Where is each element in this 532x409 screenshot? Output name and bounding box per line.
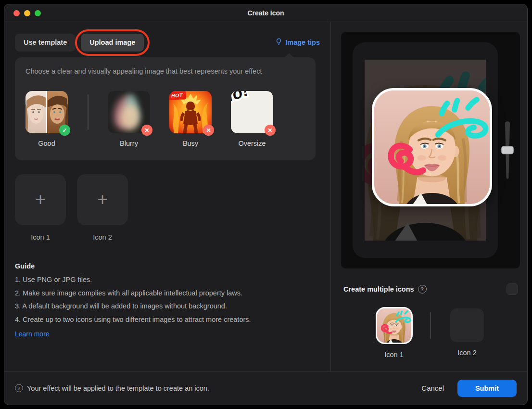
image-tips-label: Image tips xyxy=(285,38,320,46)
icon-preview-area xyxy=(341,32,520,268)
window-title: Create Icon xyxy=(4,9,527,17)
icon-1-thumbnail[interactable] xyxy=(376,307,413,344)
upload-slots: + Icon 1 + Icon 2 xyxy=(15,174,320,241)
icon-preview-image xyxy=(372,88,492,206)
example-label: Good xyxy=(25,140,68,147)
image-tips-panel: Choose a clear and visually appealing im… xyxy=(15,57,316,160)
thumbnail-label: Icon 1 xyxy=(384,351,404,358)
example-blurry: ✕ Blurry xyxy=(108,91,150,147)
size-slider[interactable] xyxy=(501,120,514,180)
submit-button[interactable]: Submit xyxy=(457,380,517,397)
guide-title: Guide xyxy=(15,262,320,270)
info-icon: i xyxy=(15,384,23,392)
image-tips-link[interactable]: Image tips xyxy=(275,38,320,47)
example-label: Oversize xyxy=(231,140,273,147)
upload-icon-2-button[interactable]: + xyxy=(77,174,128,225)
example-images-row: ✓ Good ✕ xyxy=(25,91,305,147)
multiple-icons-checkbox[interactable] xyxy=(507,283,518,295)
hot-tag: HOT xyxy=(169,91,186,100)
cancel-button[interactable]: Cancel xyxy=(417,380,449,396)
check-badge: ✓ xyxy=(59,125,70,136)
upload-slot-label: Icon 1 xyxy=(15,233,66,241)
x-badge: ✕ xyxy=(141,125,152,136)
lightbulb-icon xyxy=(275,38,282,47)
left-panel: Use template Upload image Image tips xyxy=(4,22,330,371)
guide-item: 1. Use PNG or JPG files. xyxy=(15,276,320,283)
x-badge: ✕ xyxy=(265,125,276,136)
guide-item: 2. Make sure image complies with all app… xyxy=(15,290,320,297)
guide-item: 3. A default background will be added to… xyxy=(15,303,320,310)
multiple-icons-row: Create multiple icons ? xyxy=(341,283,520,295)
create-icon-dialog: Create Icon Use template Upload image xyxy=(4,4,528,405)
guide-section: Guide 1. Use PNG or JPG files. 2. Make s… xyxy=(15,262,320,338)
help-icon[interactable]: ? xyxy=(418,285,427,294)
examples-divider xyxy=(88,94,89,130)
footer-note: Your effect will be applied to the templ… xyxy=(27,384,209,392)
footer-bar: i Your effect will be applied to the tem… xyxy=(4,371,527,405)
right-panel: Create multiple icons ? Icon 1 Icon 2 xyxy=(330,22,528,371)
multiple-icons-label: Create multiple icons xyxy=(343,285,414,293)
upload-slot-label: Icon 2 xyxy=(77,233,128,241)
example-good: ✓ Good xyxy=(25,91,68,147)
example-label: Busy xyxy=(169,140,212,147)
learn-more-link[interactable]: Learn more xyxy=(15,330,50,338)
tips-description: Choose a clear and visually appealing im… xyxy=(25,67,305,75)
tab-upload-image[interactable]: Upload image xyxy=(81,34,144,51)
tab-use-template[interactable]: Use template xyxy=(15,34,76,51)
icon-2-thumbnail[interactable] xyxy=(450,308,484,342)
icon-thumbnails-row: Icon 1 Icon 2 xyxy=(341,307,520,358)
x-badge: ✕ xyxy=(203,125,214,136)
source-tabs: Use template Upload image Image tips xyxy=(15,33,320,51)
slider-handle[interactable] xyxy=(501,146,514,154)
example-label: Blurry xyxy=(108,140,150,147)
example-oversize: no! ✕ Oversize xyxy=(231,91,273,147)
example-busy: HOT ✕ Busy xyxy=(169,91,212,147)
titlebar: Create Icon xyxy=(4,4,527,22)
thumbnail-label: Icon 2 xyxy=(457,349,477,357)
guide-item: 4. Create up to two icons using two diff… xyxy=(15,316,320,323)
upload-icon-1-button[interactable]: + xyxy=(15,174,66,225)
tooltip-arrow xyxy=(284,53,294,63)
